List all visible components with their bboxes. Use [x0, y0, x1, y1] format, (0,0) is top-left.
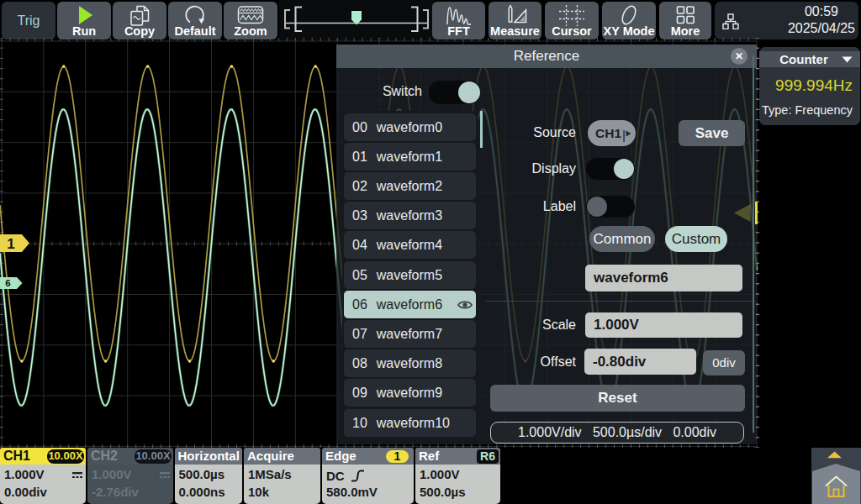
svg-text:1: 1 [7, 236, 14, 252]
svg-text:6: 6 [5, 278, 10, 288]
